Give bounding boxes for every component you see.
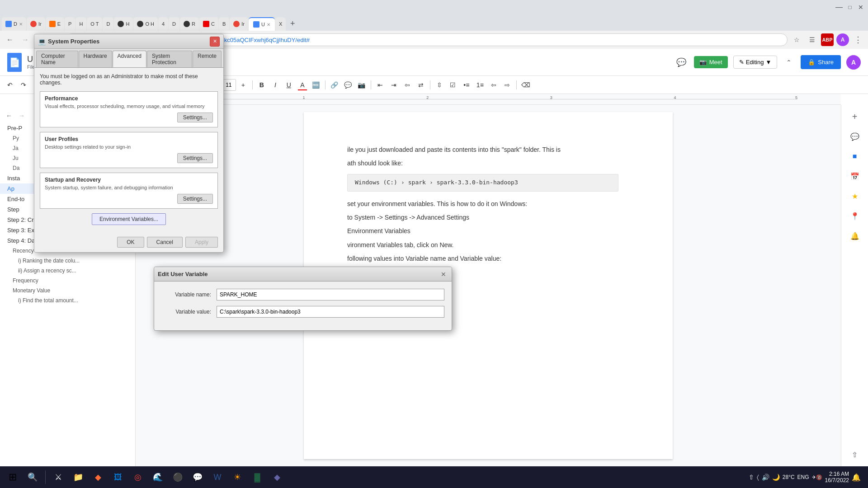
- tray-icons-more[interactable]: ✈🔞: [812, 474, 822, 480]
- tab-7[interactable]: D: [103, 17, 113, 31]
- sidebar-back-btn[interactable]: ←: [4, 110, 14, 121]
- taskbar-app11[interactable]: ◆: [268, 468, 286, 486]
- sidebar-item[interactable]: Frequency: [0, 276, 135, 286]
- user-avatar[interactable]: A: [846, 55, 861, 70]
- close-btn[interactable]: ✕: [857, 4, 864, 11]
- taskbar-edge[interactable]: 🌊: [149, 468, 167, 486]
- align-justify-btn[interactable]: ⇄: [415, 79, 427, 91]
- tab-remote[interactable]: Remote: [193, 51, 222, 67]
- font-size-plus[interactable]: +: [237, 79, 250, 91]
- tab-hardware[interactable]: Hardware: [79, 51, 112, 67]
- ok-btn[interactable]: OK: [117, 237, 144, 248]
- back-btn[interactable]: ←: [4, 33, 16, 46]
- user-profiles-settings-btn[interactable]: Settings...: [177, 153, 213, 163]
- share-btn[interactable]: 🔒 Share: [801, 55, 841, 69]
- taskbar-excel[interactable]: ▓: [248, 468, 266, 486]
- tray-icon-1[interactable]: ⇧: [749, 474, 754, 481]
- numbered-list-btn[interactable]: 1≡: [474, 79, 486, 91]
- tab-14[interactable]: B: [219, 17, 229, 31]
- cancel-btn[interactable]: Cancel: [147, 237, 183, 248]
- taskbar-app9[interactable]: ☀: [228, 468, 246, 486]
- tab-15[interactable]: Ir: [230, 17, 248, 31]
- var-dialog-close-btn[interactable]: ✕: [439, 270, 448, 279]
- underline-btn[interactable]: U: [283, 79, 295, 91]
- align-center-btn[interactable]: ⇥: [387, 79, 400, 91]
- taskbar-scythe[interactable]: ⚔: [49, 468, 67, 486]
- taskbar-file-manager[interactable]: 📁: [69, 468, 87, 486]
- tab-11[interactable]: D: [169, 17, 179, 31]
- bold-btn[interactable]: B: [255, 79, 268, 91]
- italic-btn[interactable]: I: [269, 79, 282, 91]
- bookmark-btn[interactable]: ☆: [790, 33, 803, 46]
- profile-btn[interactable]: A: [836, 33, 849, 46]
- meet-btn[interactable]: 📷 Meet: [694, 56, 728, 68]
- tab-12[interactable]: R: [180, 17, 199, 31]
- right-icon-1[interactable]: 💬: [847, 128, 863, 145]
- right-icon-bottom[interactable]: ⇧: [847, 446, 863, 463]
- minimize-btn[interactable]: —: [835, 4, 843, 11]
- align-right-btn[interactable]: ⇦: [401, 79, 414, 91]
- notification-btn[interactable]: 🔔: [852, 473, 861, 482]
- taskbar-app5[interactable]: ◎: [129, 468, 147, 486]
- apply-btn[interactable]: Apply: [185, 237, 218, 248]
- right-icon-5[interactable]: 📍: [847, 208, 863, 224]
- taskbar-word[interactable]: W: [208, 468, 226, 486]
- indent-more-btn[interactable]: ⇨: [501, 79, 514, 91]
- tab-computer-name[interactable]: Computer Name: [36, 51, 78, 67]
- sidebar-item[interactable]: i) Find the total amount...: [0, 296, 135, 305]
- plus-btn[interactable]: +: [847, 108, 863, 125]
- menu-btn[interactable]: ⋮: [852, 33, 864, 46]
- tab-5[interactable]: H: [75, 17, 86, 31]
- sidebar-item[interactable]: i) Ranking the date colu...: [0, 256, 135, 266]
- dialog-close-btn[interactable]: ✕: [210, 37, 220, 47]
- tab-4[interactable]: P: [65, 17, 75, 31]
- undo-btn[interactable]: ↶: [4, 79, 16, 91]
- indent-less-btn[interactable]: ⇦: [487, 79, 500, 91]
- sidebar-item[interactable]: Monetary Value: [0, 286, 135, 296]
- clear-format-btn[interactable]: ⌫: [519, 79, 532, 91]
- right-icon-6[interactable]: 🔔: [847, 228, 863, 244]
- right-icon-3[interactable]: 📅: [847, 168, 863, 184]
- search-btn[interactable]: 🔍: [24, 468, 42, 486]
- tab-system-protection[interactable]: System Protection: [147, 51, 192, 67]
- tab-x[interactable]: X: [275, 17, 286, 31]
- right-icon-2[interactable]: ■: [847, 148, 863, 164]
- chat-icon[interactable]: 💬: [674, 55, 689, 70]
- tab-active[interactable]: U ✕: [249, 17, 275, 31]
- collapse-btn[interactable]: ⌃: [783, 56, 795, 69]
- highlight-btn[interactable]: 🆓: [310, 79, 322, 91]
- extensions-btn[interactable]: ☰: [806, 33, 818, 46]
- new-tab-btn[interactable]: +: [286, 17, 299, 30]
- sidebar-item[interactable]: ii) Assign a recency sc...: [0, 266, 135, 276]
- tab-3[interactable]: E: [46, 17, 64, 31]
- editing-btn[interactable]: ✎ Editing ▼: [733, 56, 778, 69]
- checklist-btn[interactable]: ☑: [447, 79, 459, 91]
- taskbar-discord[interactable]: 💬: [189, 468, 207, 486]
- comment-btn[interactable]: 💬: [342, 79, 354, 91]
- taskbar-chrome[interactable]: ⚫: [169, 468, 187, 486]
- env-variables-btn[interactable]: Environment Variables...: [92, 213, 166, 225]
- tab-8[interactable]: H: [114, 17, 133, 31]
- bullet-list-btn[interactable]: •≡: [460, 79, 473, 91]
- tab-9[interactable]: O H: [133, 17, 158, 31]
- var-value-input[interactable]: [217, 306, 444, 318]
- tab-advanced[interactable]: Advanced: [113, 51, 146, 67]
- tab-google-docs[interactable]: D ✕: [2, 17, 26, 31]
- align-left-btn[interactable]: ⇤: [374, 79, 387, 91]
- clock[interactable]: 2:16 AM 16/7/2022: [825, 471, 849, 483]
- tab-10[interactable]: 4: [158, 17, 168, 31]
- adblock-btn[interactable]: ABP: [821, 33, 834, 46]
- maximize-btn[interactable]: □: [846, 4, 854, 11]
- tab-gmail[interactable]: Ir: [27, 17, 45, 31]
- taskbar-app3[interactable]: ◆: [89, 468, 107, 486]
- right-icon-4[interactable]: ★: [847, 188, 863, 204]
- tab-6[interactable]: O T: [87, 17, 102, 31]
- link-btn[interactable]: 🔗: [328, 79, 341, 91]
- startup-settings-btn[interactable]: Settings...: [177, 194, 213, 204]
- text-color-btn[interactable]: A: [296, 79, 309, 91]
- wifi-icon[interactable]: 〈: [757, 474, 759, 481]
- sidebar-forward-btn[interactable]: →: [16, 110, 27, 121]
- redo-btn[interactable]: ↷: [17, 79, 30, 91]
- image-btn[interactable]: 📷: [355, 79, 368, 91]
- tab-13[interactable]: C: [199, 17, 218, 31]
